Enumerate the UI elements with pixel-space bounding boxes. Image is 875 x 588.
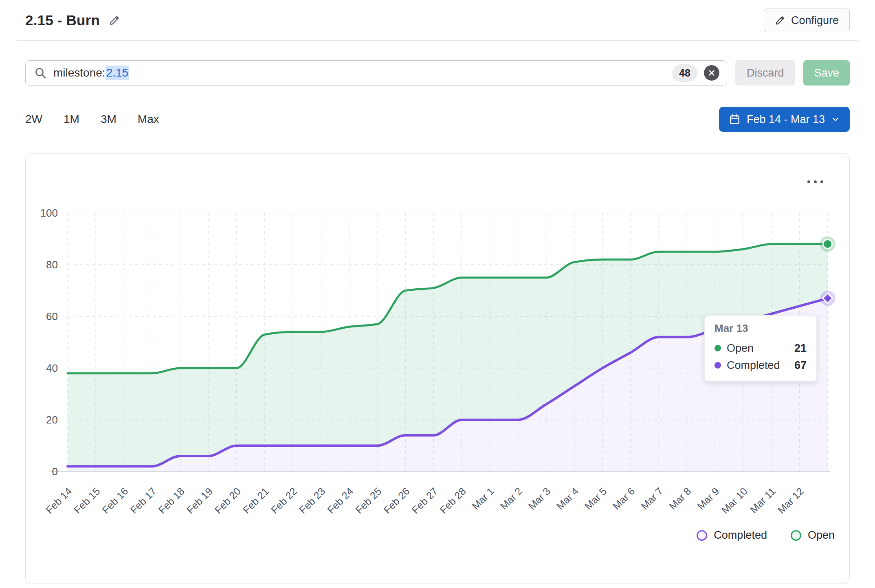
tooltip-row: Open21 — [715, 340, 807, 357]
x-axis-label: Mar 5 — [582, 485, 609, 512]
x-axis-label: Feb 14 — [44, 485, 74, 516]
date-range-button[interactable]: Feb 14 - Mar 13 — [719, 107, 850, 132]
tooltip-row: Completed67 — [715, 357, 807, 374]
close-icon — [708, 69, 715, 77]
configure-button[interactable]: Configure — [764, 9, 850, 32]
configure-label: Configure — [791, 14, 839, 27]
tooltip-series-value: 21 — [794, 342, 807, 355]
legend-ring-icon — [791, 530, 801, 541]
calendar-icon — [729, 114, 741, 125]
x-axis-label: Feb 27 — [409, 485, 440, 516]
x-axis-label: Feb 26 — [381, 485, 412, 516]
x-axis-label: Feb 17 — [128, 485, 158, 516]
y-axis-label: 0 — [52, 465, 58, 478]
chevron-down-icon — [831, 115, 840, 124]
series-dot-icon — [715, 362, 721, 369]
x-axis-label: Mar 9 — [695, 485, 721, 512]
legend-ring-icon — [697, 530, 707, 541]
x-axis-label: Mar 8 — [667, 485, 693, 512]
tooltip-series-value: 67 — [794, 359, 807, 372]
tooltip-date: Mar 13 — [715, 322, 807, 335]
chart-tooltip: Mar 13 Open21Completed67 — [704, 315, 817, 382]
y-axis-label: 100 — [40, 207, 58, 219]
range-preset-3m[interactable]: 3M — [101, 113, 117, 126]
open-end-marker — [823, 239, 832, 248]
x-axis-label: Feb 19 — [184, 485, 215, 516]
x-axis-label: Mar 6 — [611, 485, 637, 512]
x-axis-label: Mar 10 — [719, 485, 750, 516]
y-axis-label: 40 — [46, 362, 58, 374]
date-range-label: Feb 14 - Mar 13 — [747, 113, 825, 126]
x-axis-label: Feb 20 — [212, 485, 243, 516]
filtered-search-input[interactable]: milestone:2.15 48 — [25, 60, 727, 86]
x-axis-label: Feb 28 — [437, 485, 468, 516]
search-token-value: 2.15 — [106, 66, 130, 80]
search-token: milestone:2.15 — [53, 66, 129, 79]
edit-title-button[interactable] — [109, 15, 120, 26]
legend-item-open[interactable]: Open — [791, 529, 835, 542]
page-header: 2.15 - Burn Configure — [0, 0, 875, 33]
legend-label: Completed — [714, 529, 767, 542]
x-axis-label: Mar 12 — [775, 485, 806, 516]
x-axis-label: Mar 2 — [498, 485, 524, 512]
clear-search-button[interactable] — [704, 65, 719, 81]
y-axis-label: 80 — [46, 259, 58, 271]
tooltip-series-label: Open — [727, 342, 754, 355]
x-axis-label: Feb 23 — [297, 485, 328, 516]
result-count-badge: 48 — [672, 64, 697, 82]
x-axis-label: Mar 4 — [554, 485, 580, 512]
y-axis-label: 20 — [46, 414, 58, 426]
x-axis-label: Feb 16 — [100, 485, 130, 516]
range-preset-2w[interactable]: 2W — [25, 113, 42, 126]
x-axis-label: Mar 1 — [470, 485, 496, 512]
discard-button[interactable]: Discard — [735, 60, 796, 86]
search-icon — [34, 66, 47, 79]
range-controls: 2W1M3MMax Feb 14 - Mar 13 — [25, 107, 850, 132]
x-axis-label: Feb 22 — [268, 485, 299, 516]
range-preset-max[interactable]: Max — [138, 113, 159, 126]
series-dot-icon — [715, 345, 721, 351]
x-axis-label: Feb 24 — [325, 485, 356, 516]
save-button[interactable]: Save — [803, 60, 850, 86]
legend-label: Open — [808, 529, 835, 542]
burn-chart-card: 020406080100Feb 14Feb 15Feb 16Feb 17Feb … — [25, 153, 850, 584]
pencil-icon — [775, 15, 785, 26]
filter-bar: milestone:2.15 48 Discard Save — [25, 60, 850, 86]
x-axis-label: Feb 21 — [240, 485, 271, 516]
x-axis-label: Mar 3 — [526, 485, 552, 512]
x-axis-label: Mar 7 — [639, 485, 665, 512]
tooltip-series-label: Completed — [727, 359, 780, 372]
y-axis-label: 60 — [46, 310, 58, 323]
x-axis-label: Feb 25 — [353, 485, 384, 516]
chart-legend: CompletedOpen — [697, 529, 835, 542]
x-axis-label: Feb 15 — [72, 485, 102, 516]
range-preset-1m[interactable]: 1M — [64, 113, 79, 126]
pencil-icon — [109, 15, 120, 26]
range-presets: 2W1M3MMax — [25, 113, 159, 126]
search-token-prefix: milestone: — [53, 66, 106, 79]
page-title: 2.15 - Burn — [25, 12, 100, 29]
x-axis-label: Mar 11 — [748, 485, 778, 516]
legend-item-completed[interactable]: Completed — [697, 529, 767, 542]
x-axis-label: Feb 18 — [156, 485, 187, 516]
header-divider — [17, 40, 858, 41]
